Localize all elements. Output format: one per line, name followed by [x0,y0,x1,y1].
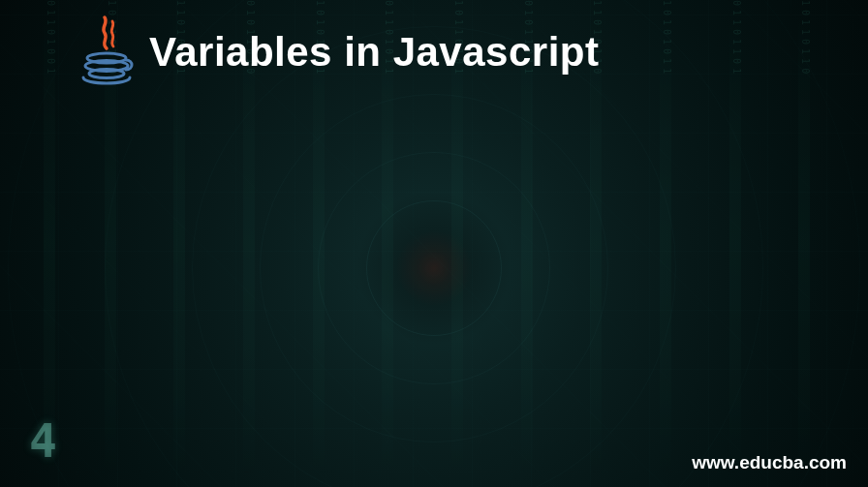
website-url: www.educba.com [692,452,847,473]
java-logo-icon [78,14,136,91]
page-title: Variables in Javascript [149,29,599,76]
svg-point-2 [89,70,124,78]
decorative-glyph: 4 [29,413,57,468]
hero-banner: 01101001 10110100 11010011 01011010 1010… [0,0,868,487]
header: Variables in Javascript [78,14,599,91]
